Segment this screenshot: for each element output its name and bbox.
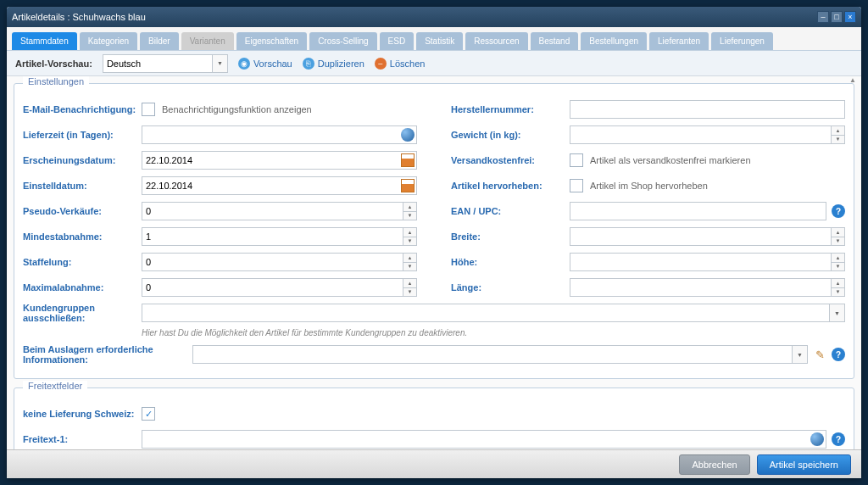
chevron-down-icon[interactable]: ▼ bbox=[792, 346, 807, 363]
minus-icon: – bbox=[375, 58, 387, 70]
close-button[interactable]: × bbox=[844, 11, 856, 23]
cancel-button[interactable]: Abbrechen bbox=[679, 454, 749, 475]
mfr-label: Herstellernummer: bbox=[451, 104, 570, 114]
width-label: Breite: bbox=[451, 231, 570, 242]
highlight-checkbox[interactable] bbox=[570, 179, 583, 192]
weight-label: Gewicht (in kg): bbox=[451, 130, 570, 140]
toolbar: Artikel-Vorschau: ▼ ◉Vorschau ⎘Duplizier… bbox=[7, 51, 861, 76]
tab-eigenschaften[interactable]: Eigenschaften bbox=[236, 32, 307, 50]
maxq-input[interactable] bbox=[142, 278, 417, 297]
chevron-down-icon[interactable]: ▼ bbox=[212, 55, 227, 72]
save-button[interactable]: Artikel speichern bbox=[757, 454, 851, 475]
tabbar: Stammdaten Kategorien Bilder Varianten E… bbox=[7, 27, 861, 51]
spinner-icon[interactable]: ▲▼ bbox=[831, 279, 844, 296]
maxq-label: Maximalabnahme: bbox=[23, 282, 142, 293]
tab-bestand[interactable]: Bestand bbox=[531, 32, 579, 50]
freetext-fieldset: Freitextfelder keine Lieferung Schweiz: … bbox=[14, 387, 854, 449]
tab-bestellungen[interactable]: Bestellungen bbox=[581, 32, 647, 50]
eye-icon: ◉ bbox=[238, 58, 250, 70]
freeship-text: Artikel als versandkostenfrei markieren bbox=[590, 155, 751, 165]
pseudo-label: Pseudo-Verkäufe: bbox=[23, 206, 142, 216]
globe-icon[interactable] bbox=[810, 432, 824, 446]
pseudo-input[interactable] bbox=[142, 202, 417, 220]
help-icon[interactable]: ? bbox=[832, 348, 845, 361]
settings-title: Einstellungen bbox=[23, 76, 89, 86]
cgroups-label: Kundengruppen ausschließen: bbox=[23, 303, 142, 323]
settings-fieldset: Einstellungen E-Mail-Benachrichtigung: B… bbox=[14, 83, 854, 379]
freeship-checkbox[interactable] bbox=[570, 153, 583, 167]
preview-button[interactable]: ◉Vorschau bbox=[238, 58, 292, 70]
stagger-input[interactable] bbox=[142, 253, 417, 271]
setup-label: Einstelldatum: bbox=[23, 181, 142, 191]
email-notif-text: Benachrichtigungsfunktion anzeigen bbox=[162, 104, 312, 114]
spinner-icon[interactable]: ▲▼ bbox=[831, 254, 844, 270]
email-notif-label: E-Mail-Benachrichtigung: bbox=[23, 104, 142, 114]
help-icon[interactable]: ? bbox=[832, 204, 845, 218]
tab-stammdaten[interactable]: Stammdaten bbox=[12, 32, 77, 50]
delivery-input[interactable] bbox=[142, 125, 417, 144]
chevron-down-icon[interactable]: ▼ bbox=[829, 304, 844, 321]
noship-ch-label: keine Lieferung Schweiz: bbox=[23, 409, 142, 419]
setup-input[interactable] bbox=[142, 176, 417, 195]
article-details-window: Artikeldetails : Schuhwachs blau – □ × S… bbox=[7, 7, 861, 478]
highlight-label: Artikel hervorheben: bbox=[451, 181, 570, 191]
spinner-icon[interactable]: ▲▼ bbox=[403, 254, 416, 270]
cgroups-select[interactable] bbox=[142, 304, 845, 322]
calendar-icon[interactable] bbox=[401, 179, 415, 192]
content-area[interactable]: ▲ Einstellungen E-Mail-Benachrichtigung:… bbox=[7, 76, 861, 449]
tab-lieferanten[interactable]: Lieferanten bbox=[649, 32, 709, 50]
length-label: Länge: bbox=[451, 282, 570, 293]
spinner-icon[interactable]: ▲▼ bbox=[403, 279, 416, 296]
spinner-icon[interactable]: ▲▼ bbox=[403, 228, 416, 245]
cgroups-hint: Hier hast Du die Möglichkeit den Artikel… bbox=[142, 328, 845, 337]
spinner-icon[interactable]: ▲▼ bbox=[831, 126, 844, 143]
duplicate-button[interactable]: ⎘Duplizieren bbox=[303, 58, 364, 70]
tab-lieferungen[interactable]: Lieferungen bbox=[711, 32, 773, 50]
minq-input[interactable] bbox=[142, 227, 417, 246]
delete-button[interactable]: –Löschen bbox=[375, 58, 426, 70]
footer: Abbrechen Artikel speichern bbox=[7, 449, 861, 478]
tab-varianten[interactable]: Varianten bbox=[181, 32, 234, 50]
minimize-button[interactable]: – bbox=[817, 11, 829, 23]
tab-bilder[interactable]: Bilder bbox=[140, 32, 179, 50]
freeship-label: Versandkostenfrei: bbox=[451, 155, 570, 165]
release-label: Erscheinungsdatum: bbox=[23, 155, 142, 165]
release-input[interactable] bbox=[142, 151, 417, 170]
language-select[interactable] bbox=[103, 54, 228, 73]
height-input[interactable] bbox=[570, 253, 845, 271]
pencil-icon[interactable]: ✎ bbox=[813, 348, 826, 361]
maximize-button[interactable]: □ bbox=[831, 11, 843, 23]
mfr-input[interactable] bbox=[570, 100, 845, 119]
ean-input[interactable] bbox=[570, 202, 826, 220]
tab-esd[interactable]: ESD bbox=[380, 32, 415, 50]
calendar-icon[interactable] bbox=[401, 153, 415, 167]
highlight-text: Artikel im Shop hervorheben bbox=[590, 181, 708, 191]
weight-input[interactable] bbox=[570, 125, 845, 144]
window-title: Artikeldetails : Schuhwachs blau bbox=[12, 12, 815, 22]
spinner-icon[interactable]: ▲▼ bbox=[831, 228, 844, 245]
tab-kategorien[interactable]: Kategorien bbox=[80, 32, 137, 50]
width-input[interactable] bbox=[570, 227, 845, 246]
outsrc-label: Beim Auslagern erforderliche Information… bbox=[23, 344, 192, 365]
email-notif-checkbox[interactable] bbox=[142, 103, 155, 116]
tab-statistik[interactable]: Statistik bbox=[416, 32, 463, 50]
freetext-title: Freitextfelder bbox=[23, 381, 87, 391]
length-input[interactable] bbox=[570, 278, 845, 297]
ft1-input[interactable] bbox=[142, 430, 826, 449]
titlebar: Artikeldetails : Schuhwachs blau – □ × bbox=[7, 7, 861, 27]
tab-ressourcen[interactable]: Ressourcen bbox=[465, 32, 527, 50]
ft1-label: Freitext-1: bbox=[23, 434, 142, 444]
spinner-icon[interactable]: ▲▼ bbox=[403, 203, 416, 220]
duplicate-icon: ⎘ bbox=[303, 58, 314, 70]
height-label: Höhe: bbox=[451, 257, 570, 267]
minq-label: Mindestabnahme: bbox=[23, 231, 142, 242]
stagger-label: Staffelung: bbox=[23, 257, 142, 267]
tab-cross-selling[interactable]: Cross-Selling bbox=[309, 32, 376, 50]
globe-icon[interactable] bbox=[401, 128, 415, 142]
noship-ch-checkbox[interactable]: ✓ bbox=[142, 407, 155, 421]
delivery-label: Lieferzeit (in Tagen): bbox=[23, 130, 142, 140]
outsrc-select[interactable] bbox=[192, 345, 808, 364]
help-icon[interactable]: ? bbox=[832, 432, 845, 446]
preview-label: Artikel-Vorschau: bbox=[15, 59, 92, 69]
ean-label: EAN / UPC: bbox=[451, 206, 570, 216]
